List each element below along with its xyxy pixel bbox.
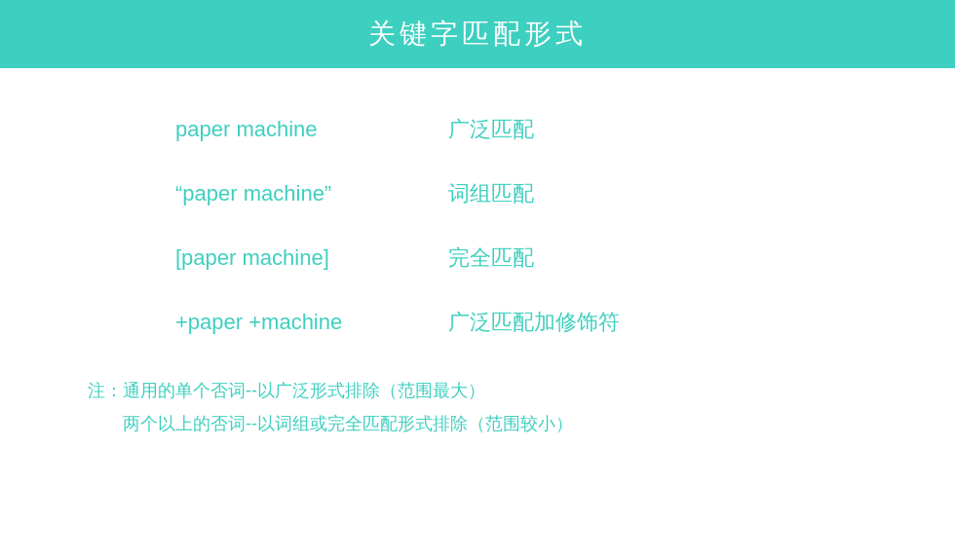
match-label-phrase: 词组匹配 — [448, 179, 534, 208]
match-label-modifier: 广泛匹配加修饰符 — [448, 308, 620, 337]
match-label-exact: 完全匹配 — [448, 243, 534, 273]
page-title: 关键字匹配形式 — [368, 16, 587, 53]
match-row-phrase: “paper machine” 词组匹配 — [58, 162, 897, 226]
page-header: 关键字匹配形式 — [0, 0, 955, 68]
match-row-modifier: +paper +machine 广泛匹配加修饰符 — [58, 290, 897, 355]
match-row-exact: [paper machine] 完全匹配 — [58, 226, 897, 290]
match-keyword-modifier: +paper +machine — [175, 310, 448, 335]
match-keyword-exact: [paper machine] — [175, 245, 448, 271]
match-keyword-phrase: “paper machine” — [175, 181, 448, 206]
note-section: 注：通用的单个否词--以广泛形式排除（范围最大） 两个以上的否词--以词组或完全… — [58, 355, 897, 440]
note-line-1: 注：通用的单个否词--以广泛形式排除（范围最大） — [88, 374, 897, 407]
match-keyword-broad: paper machine — [175, 117, 448, 142]
match-row-broad: paper machine 广泛匹配 — [58, 97, 897, 162]
match-label-broad: 广泛匹配 — [448, 115, 534, 144]
note-line-2: 两个以上的否词--以词组或完全匹配形式排除（范围较小） — [88, 407, 897, 440]
main-content: paper machine 广泛匹配 “paper machine” 词组匹配 … — [0, 68, 955, 469]
